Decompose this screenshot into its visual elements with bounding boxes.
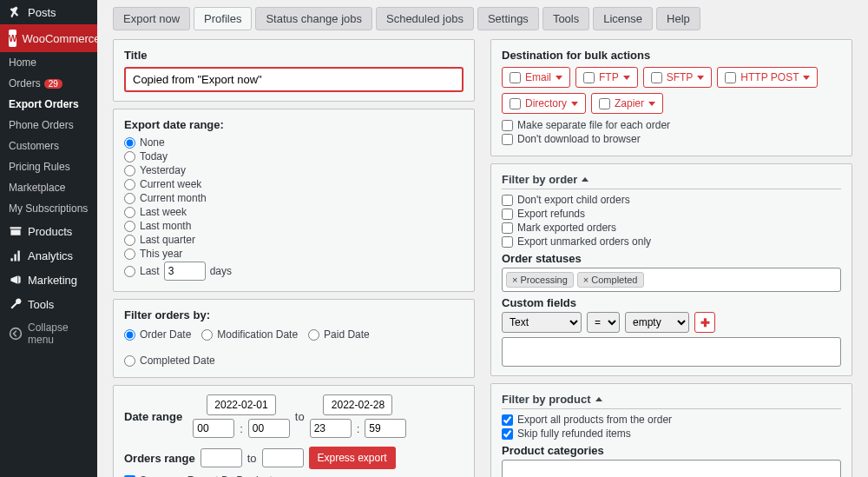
radio-order-date[interactable]: Order Date <box>124 328 191 341</box>
radio-today[interactable]: Today <box>124 150 464 162</box>
last-days-input[interactable] <box>164 262 206 281</box>
custom-fields-input[interactable] <box>502 337 841 367</box>
radio-this-year[interactable]: This year <box>124 248 464 260</box>
caret-down-icon <box>556 76 562 80</box>
remove-icon[interactable]: × <box>512 275 517 285</box>
tab-tools[interactable]: Tools <box>542 7 589 30</box>
radio-current-week[interactable]: Current week <box>124 178 464 190</box>
sidebar-sub-pricing-rules[interactable]: Pricing Rules <box>0 156 97 177</box>
filter-order-box: Filter by order Don't export child order… <box>490 163 852 376</box>
orders-from-input[interactable] <box>201 448 242 467</box>
sidebar-item-products[interactable]: Products <box>0 219 97 243</box>
chart-icon <box>9 248 23 262</box>
radio-paid-date[interactable]: Paid Date <box>308 328 370 341</box>
destination-box: Destination for bulk actions Email FTP S… <box>490 39 852 156</box>
check-export-refunds[interactable]: Export refunds <box>502 208 841 220</box>
time-from-m[interactable] <box>248 419 290 438</box>
dest-email[interactable]: Email <box>502 67 570 88</box>
sidebar-sub-phone-orders[interactable]: Phone Orders <box>0 115 97 136</box>
pin-icon <box>9 5 23 19</box>
sidebar-sub-customers[interactable]: Customers <box>0 136 97 156</box>
time-from-h[interactable] <box>193 419 234 438</box>
custom-field-op-select[interactable]: = <box>587 312 620 333</box>
title-input[interactable] <box>124 67 464 92</box>
radio-last-n-days[interactable]: Lastdays <box>124 262 464 281</box>
express-export-button[interactable]: Express export <box>309 447 396 469</box>
order-statuses-input[interactable]: ×Processing ×Completed <box>502 268 841 292</box>
custom-field-type-select[interactable]: Text <box>502 312 582 333</box>
time-to-h[interactable] <box>310 419 352 438</box>
to-word: to <box>295 410 305 423</box>
check-no-child[interactable]: Don't export child orders <box>502 194 841 206</box>
date-range-heading: Export date range: <box>124 118 464 131</box>
tab-profiles[interactable]: Profiles <box>194 7 252 30</box>
sidebar-item-woocommerce[interactable]: W WooCommerce <box>0 24 97 52</box>
radio-last-month[interactable]: Last month <box>124 220 464 232</box>
tab-license[interactable]: License <box>593 7 653 30</box>
order-statuses-label: Order statuses <box>502 252 841 265</box>
dest-http-post[interactable]: HTTP POST <box>717 67 818 88</box>
sidebar-label: Products <box>28 225 72 238</box>
status-tag-completed[interactable]: ×Completed <box>577 272 644 288</box>
radio-current-month[interactable]: Current month <box>124 192 464 204</box>
status-tag-processing[interactable]: ×Processing <box>506 272 574 288</box>
radio-none[interactable]: None <box>124 136 464 149</box>
tab-export-now[interactable]: Export now <box>113 7 190 30</box>
check-unmarked-only[interactable]: Export unmarked orders only <box>502 235 841 248</box>
custom-field-val-select[interactable]: empty <box>625 312 689 333</box>
radio-modification-date[interactable]: Modification Date <box>201 328 298 341</box>
dest-zapier[interactable]: Zapier <box>591 93 663 114</box>
woo-icon: W <box>9 30 16 47</box>
product-categories-input[interactable] <box>502 460 841 477</box>
orders-count-badge: 29 <box>44 79 62 89</box>
orders-to-input[interactable] <box>262 448 304 467</box>
date-span-box: Date range : <box>113 385 475 477</box>
check-skip-refunded[interactable]: Skip fully refunded items <box>502 427 841 440</box>
tab-status-change-jobs[interactable]: Status change jobs <box>255 7 372 30</box>
dest-directory[interactable]: Directory <box>502 93 586 114</box>
dest-sftp[interactable]: SFTP <box>643 67 713 88</box>
sidebar-sub-subscriptions[interactable]: My Subscriptions <box>0 198 97 219</box>
check-no-download[interactable]: Don't download to browser <box>502 133 841 145</box>
sidebar-sub-export-orders[interactable]: Export Orders <box>0 94 97 115</box>
radio-completed-date[interactable]: Completed Date <box>124 354 215 367</box>
time-to-m[interactable] <box>365 419 406 438</box>
check-mark-exported[interactable]: Mark exported orders <box>502 222 841 234</box>
sidebar-item-marketing[interactable]: Marketing <box>0 268 97 292</box>
sidebar-label: Analytics <box>28 249 73 262</box>
filter-orders-heading: Filter orders by: <box>124 308 464 321</box>
sidebar-sub-home[interactable]: Home <box>0 52 97 73</box>
sidebar-label: Collapse menu <box>28 321 89 346</box>
sidebar-item-posts[interactable]: Posts <box>0 0 97 24</box>
check-separate-file[interactable]: Make separate file for each order <box>502 119 841 131</box>
sidebar-sub-orders[interactable]: Orders 29 <box>0 73 97 94</box>
to-word-2: to <box>247 452 257 465</box>
caret-down-icon <box>803 76 810 80</box>
date-from-input[interactable] <box>207 394 276 415</box>
radio-last-quarter[interactable]: Last quarter <box>124 234 464 246</box>
sidebar-label: Tools <box>28 298 54 311</box>
add-custom-field-button[interactable]: ✚ <box>694 312 715 333</box>
date-range-box: Export date range: None Today Yesterday … <box>113 109 475 292</box>
custom-fields-label: Custom fields <box>502 296 841 309</box>
svg-point-0 <box>10 328 22 340</box>
tab-scheduled-jobs[interactable]: Scheduled jobs <box>376 7 474 30</box>
filter-product-heading[interactable]: Filter by product <box>502 393 841 409</box>
radio-yesterday[interactable]: Yesterday <box>124 164 464 176</box>
sidebar-sub-marketplace[interactable]: Marketplace <box>0 177 97 198</box>
dest-ftp[interactable]: FTP <box>575 67 638 88</box>
tab-help[interactable]: Help <box>656 7 700 30</box>
sidebar-item-analytics[interactable]: Analytics <box>0 243 97 268</box>
collapse-icon <box>9 327 23 341</box>
filter-orders-box: Filter orders by: Order Date Modificatio… <box>113 299 475 378</box>
remove-icon[interactable]: × <box>583 275 589 285</box>
sidebar-item-tools[interactable]: Tools <box>0 292 97 316</box>
sidebar-collapse[interactable]: Collapse menu <box>0 316 97 351</box>
wrench-icon <box>9 297 23 311</box>
orders-range-label: Orders range <box>124 452 195 465</box>
filter-order-heading[interactable]: Filter by order <box>502 173 841 189</box>
check-export-all-products[interactable]: Export all products from the order <box>502 414 841 426</box>
tab-settings[interactable]: Settings <box>477 7 539 30</box>
radio-last-week[interactable]: Last week <box>124 206 464 218</box>
date-to-input[interactable] <box>323 394 392 415</box>
